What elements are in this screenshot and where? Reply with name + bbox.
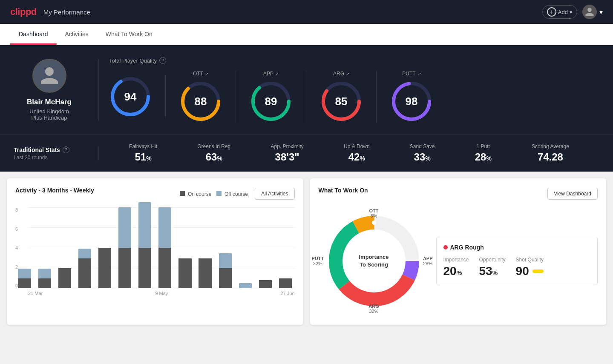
player-handicap: Plus Handicap bbox=[32, 115, 67, 121]
avatar-chevron-icon: ▾ bbox=[599, 8, 603, 16]
app-value: 89 bbox=[265, 95, 277, 108]
ott-arrow-icon: ↗ bbox=[205, 72, 208, 76]
arg-arrow-icon: ↗ bbox=[346, 72, 349, 76]
svg-point-15 bbox=[372, 221, 376, 225]
stat-proximity: App. Proximity 38'3" bbox=[271, 143, 303, 163]
ott-segment-label: OTT 8% bbox=[369, 208, 379, 218]
total-quality-label: Total Player Quality ? bbox=[109, 57, 589, 64]
plus-circle-icon: + bbox=[547, 7, 556, 17]
add-button-label: Add bbox=[558, 9, 568, 15]
bar-group bbox=[55, 268, 74, 288]
tab-what-to-work-on[interactable]: What To Work On bbox=[97, 24, 161, 45]
stat-oneputt: 1 Putt 28% bbox=[475, 143, 492, 163]
bar-group bbox=[176, 258, 194, 288]
bar-group bbox=[196, 258, 214, 288]
scores-section: Total Player Quality ? 94 OTT ↗ bbox=[99, 57, 599, 123]
app-circle: 89 bbox=[250, 80, 292, 123]
stat-updown: Up & Down 42% bbox=[344, 143, 370, 163]
arg-value: 85 bbox=[335, 95, 348, 108]
player-name: Blair McHarg bbox=[27, 98, 72, 106]
putt-arrow-icon: ↗ bbox=[417, 72, 421, 76]
activity-panel: Activity - 3 Months - Weekly On course O… bbox=[7, 178, 303, 325]
bar-group bbox=[236, 283, 254, 288]
on-course-legend-dot bbox=[180, 191, 185, 196]
main-score-circle: 94 bbox=[109, 75, 152, 118]
shot-quality-progress bbox=[532, 269, 544, 273]
what-to-work-on-panel: What To Work On View Dashboard bbox=[310, 178, 607, 325]
shot-quality-metric: Shot Quality 90 bbox=[516, 257, 544, 278]
total-quality-help-icon[interactable]: ? bbox=[159, 57, 166, 64]
stat-greens: Greens In Reg 63% bbox=[197, 143, 230, 163]
nav-tabs: Dashboard Activities What To Work On bbox=[0, 24, 613, 45]
wtwo-title: What To Work On bbox=[319, 187, 368, 194]
stats-help-icon[interactable]: ? bbox=[63, 146, 69, 153]
header: clippd My Performance + Add ▾ ▾ bbox=[0, 0, 613, 24]
tab-dashboard[interactable]: Dashboard bbox=[10, 24, 57, 45]
ott-score-item: OTT ↗ 88 bbox=[166, 71, 236, 123]
bar-group bbox=[116, 207, 134, 288]
wtwo-content: Importance To Scoring OTT 8% APP 28% ARG… bbox=[319, 206, 598, 316]
main-score-value: 94 bbox=[124, 90, 137, 103]
stats-values: Fairways Hit 51% Greens In Reg 63% App. … bbox=[99, 143, 599, 163]
chart-title: Activity - 3 Months - Weekly bbox=[15, 187, 94, 194]
putt-segment-label: PUTT 32% bbox=[312, 256, 324, 266]
app-arrow-icon: ↗ bbox=[275, 72, 279, 76]
bar-group bbox=[256, 280, 274, 288]
traditional-stats: Traditional Stats ? Last 20 rounds Fairw… bbox=[0, 135, 613, 172]
header-title: My Performance bbox=[43, 9, 90, 16]
putt-label: PUTT ↗ bbox=[402, 71, 420, 77]
add-chevron-icon: ▾ bbox=[570, 9, 573, 15]
arg-score-item: ARG ↗ 85 bbox=[306, 71, 377, 123]
donut-center-label: Importance To Scoring bbox=[359, 253, 389, 269]
putt-score-item: PUTT ↗ 98 bbox=[377, 71, 446, 123]
player-photo-icon bbox=[39, 65, 60, 86]
wtwo-header: What To Work On View Dashboard bbox=[319, 187, 598, 201]
red-dot-icon bbox=[443, 245, 448, 249]
chart-header: Activity - 3 Months - Weekly On course O… bbox=[15, 187, 295, 201]
opportunity-metric: Opportunity 53% bbox=[479, 257, 506, 278]
ott-label: OTT ↗ bbox=[193, 71, 208, 77]
bar-group bbox=[156, 207, 174, 288]
off-course-legend-dot bbox=[216, 191, 222, 196]
player-avatar bbox=[32, 59, 66, 93]
putt-value: 98 bbox=[406, 95, 418, 108]
player-info: Blair McHarg United Kingdom Plus Handica… bbox=[14, 59, 99, 121]
avatar bbox=[582, 5, 597, 19]
detail-card-title: ARG Rough bbox=[443, 244, 591, 251]
view-dashboard-button[interactable]: View Dashboard bbox=[547, 188, 598, 200]
app-label: APP ↗ bbox=[263, 71, 279, 77]
chart-x-labels: 21 Mar 9 May 27 Jun bbox=[15, 291, 295, 296]
arg-circle: 85 bbox=[320, 80, 363, 123]
chart-area: 8 6 4 2 0 bbox=[15, 207, 295, 301]
arg-segment-label: ARG 32% bbox=[368, 304, 379, 314]
putt-circle: 98 bbox=[390, 80, 433, 123]
bar-group bbox=[95, 248, 114, 288]
detail-card: ARG Rough Importance 20% Opportunity 53%… bbox=[436, 237, 598, 285]
tab-activities[interactable]: Activities bbox=[57, 24, 97, 45]
stat-fairways: Fairways Hit 51% bbox=[129, 143, 157, 163]
bar-group bbox=[35, 269, 54, 288]
avatar-button[interactable]: ▾ bbox=[582, 5, 603, 19]
bar-group bbox=[75, 249, 94, 288]
importance-metric: Importance 20% bbox=[443, 257, 469, 278]
header-left: clippd My Performance bbox=[10, 6, 90, 17]
ott-value: 88 bbox=[195, 95, 207, 108]
bottom-panels: Activity - 3 Months - Weekly On course O… bbox=[0, 172, 613, 332]
chart-legend: On course Off course bbox=[180, 191, 248, 197]
stats-label-section: Traditional Stats ? Last 20 rounds bbox=[14, 146, 99, 161]
arg-label: ARG ↗ bbox=[333, 71, 349, 77]
stat-scoring: Scoring Average 74.28 bbox=[532, 143, 569, 163]
bar-group bbox=[276, 278, 294, 288]
stats-title: Traditional Stats ? bbox=[14, 146, 85, 153]
user-icon bbox=[584, 7, 595, 17]
detail-metrics: Importance 20% Opportunity 53% Shot Qual… bbox=[443, 257, 591, 278]
logo: clippd bbox=[10, 6, 37, 17]
add-button[interactable]: + Add ▾ bbox=[542, 5, 577, 19]
chart-bars bbox=[15, 207, 295, 288]
app-segment-label: APP 28% bbox=[423, 256, 433, 266]
stats-subtitle: Last 20 rounds bbox=[14, 155, 85, 161]
header-right: + Add ▾ ▾ bbox=[542, 5, 603, 19]
all-activities-button[interactable]: All Activities bbox=[255, 188, 294, 200]
hero-section: Blair McHarg United Kingdom Plus Handica… bbox=[0, 45, 613, 135]
stat-sandsave: Sand Save 33% bbox=[410, 143, 435, 163]
